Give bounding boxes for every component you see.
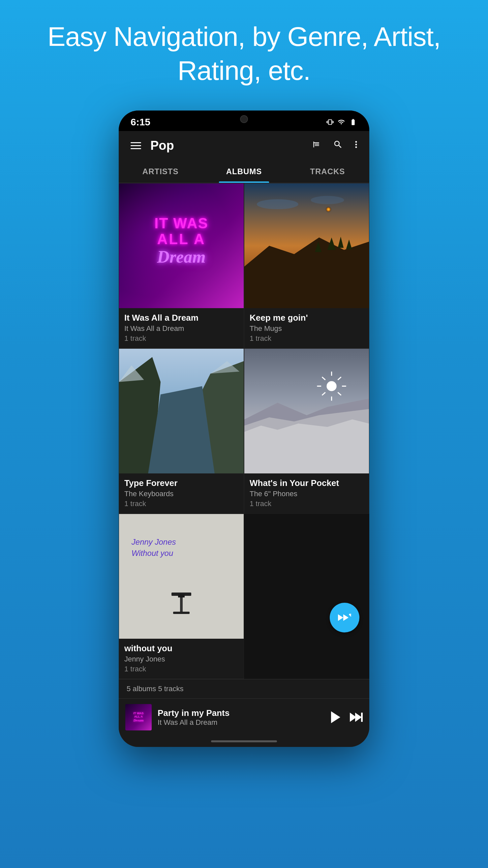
skip-next-button[interactable] [350,713,363,722]
now-playing-bar[interactable]: IT WASALL ADream Party in my Pants It Wa… [119,699,369,736]
svg-point-4 [315,204,336,225]
queue-icon-button[interactable] [308,137,324,154]
tabs-bar: ARTISTS ALBUMS TRACKS [119,160,369,183]
bottom-count-label: 5 albums 5 tracks [127,685,361,693]
search-icon [333,140,343,150]
status-icons [326,118,357,126]
hamburger-menu-button[interactable] [128,140,144,152]
hamburger-line [131,142,141,143]
now-playing-title: Party in my Pants [158,708,321,718]
album-item-5[interactable]: Jenny Jones Without you [119,514,244,679]
album-title-2: Keep me goin' [250,313,364,323]
fab-button[interactable] [330,603,359,632]
now-playing-controls [327,709,363,725]
album-item-2[interactable]: Keep me goin' The Mugs 1 track [244,183,369,348]
mountains-scene [119,349,244,473]
battery-icon [349,118,357,126]
svg-point-19 [326,381,336,391]
album-info-3: Type Forever The Keyboards 1 track [119,473,244,513]
album-artist-3: The Keyboards [124,490,238,498]
app-bar: Pop [119,131,369,160]
search-button[interactable] [330,137,346,154]
tab-albums[interactable]: ALBUMS [202,160,286,183]
tab-tracks-label: TRACKS [310,167,345,176]
more-button[interactable] [352,137,360,154]
home-indicator [119,736,369,747]
album-cover-2 [244,183,369,308]
album-5-text: Jenny Jones Without you [132,536,176,559]
sun-scene [244,349,369,473]
hamburger-line [131,145,141,146]
tab-artists[interactable]: ARTISTS [119,160,202,183]
skip-icon [350,713,363,722]
album-title-3: Type Forever [124,478,238,488]
phone-wrapper: 6:15 [119,111,369,747]
tab-albums-label: ALBUMS [226,167,262,176]
wifi-icon [337,118,346,126]
album-tracks-3: 1 track [124,499,238,508]
tab-artists-label: ARTISTS [142,167,179,176]
album-artist-4: The 6" Phones [250,490,364,498]
svg-point-6 [311,196,344,204]
album-artist-5: Jenny Jones [124,655,238,663]
status-time: 6:15 [131,117,150,128]
neon-line2: ALL A [154,231,208,247]
hamburger-line [131,148,141,149]
album-tracks-5: 1 track [124,665,238,673]
vibrate-icon [326,118,334,126]
album-cover-4 [244,349,369,473]
now-playing-art: IT WASALL ADream [125,704,152,731]
album-info-2: Keep me goin' The Mugs 1 track [244,308,369,348]
camera-notch [240,115,248,123]
album-item-3[interactable]: Type Forever The Keyboards 1 track [119,348,244,514]
play-pause-button[interactable] [327,709,343,725]
svg-marker-36 [343,614,349,621]
album-cover-3 [119,349,244,473]
sunset-scene [244,183,369,308]
svg-point-5 [257,199,298,209]
album-tracks-4: 1 track [250,499,364,508]
content-area: IT WAS ALL A Dream It Was All a Dream It… [119,183,369,699]
svg-point-2 [355,147,357,148]
tab-tracks[interactable]: TRACKS [286,160,369,183]
stool-image [168,589,195,629]
album-info-1: It Was All a Dream It Was All a Dream 1 … [119,308,244,348]
play-triangle-icon [331,711,340,723]
album-artist-1: It Was All a Dream [124,324,238,333]
album-cover-5: Jenny Jones Without you [119,514,244,639]
album-tracks-1: 1 track [124,334,238,343]
neon-line3: Dream [154,247,208,266]
album-title-4: What's in Your Pocket [250,478,364,488]
stool-artist-label: Jenny Jones [132,536,176,548]
album-item-4[interactable]: What's in Your Pocket The 6" Phones 1 tr… [244,348,369,514]
page-title: Pop [150,138,302,153]
fab-icon [338,613,351,623]
svg-rect-33 [173,612,190,614]
album-tracks-2: 1 track [250,334,364,343]
album-artist-2: The Mugs [250,324,364,333]
status-bar: 6:15 [119,111,369,131]
stool-album-label: Without you [132,548,176,559]
phone-frame: 6:15 [119,111,369,747]
header-text: Easy Navigation, by Genre, Artist, Ratin… [0,0,488,111]
more-icon [355,140,357,150]
bottom-count-bar: 5 albums 5 tracks [119,679,369,699]
svg-point-1 [355,144,357,146]
album-grid: IT WAS ALL A Dream It Was All a Dream It… [119,183,369,679]
home-bar [211,740,277,742]
queue-icon [311,140,321,149]
album-item-1[interactable]: IT WAS ALL A Dream It Was All a Dream It… [119,183,244,348]
album-title-1: It Was All a Dream [124,313,238,323]
svg-point-0 [355,141,357,143]
album-title-5: without you [124,643,238,654]
svg-rect-34 [178,594,185,597]
neon-line1: IT WAS [154,215,208,231]
album-info-5: without you Jenny Jones 1 track [119,639,244,679]
album-info-4: What's in Your Pocket The 6" Phones 1 tr… [244,473,369,513]
album-cover-1: IT WAS ALL A Dream [119,183,244,308]
now-playing-artist: It Was All a Dream [158,718,321,727]
now-playing-info: Party in my Pants It Was All a Dream [158,708,321,727]
svg-marker-35 [338,614,343,621]
svg-rect-32 [180,596,183,612]
neon-text: IT WAS ALL A Dream [154,215,208,266]
